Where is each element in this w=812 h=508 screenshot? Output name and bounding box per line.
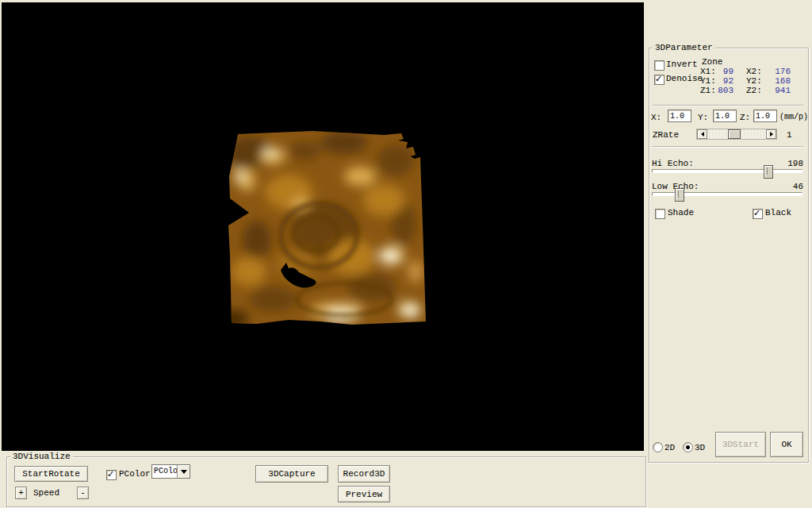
scroll-right-icon [770, 132, 773, 137]
zone-y1-value: 92 [711, 76, 733, 86]
visualize-group-title: 3DVisualize [10, 452, 73, 461]
y-scale-input[interactable] [713, 110, 737, 122]
parameter-group: 3DParameter Invert Denoise Zone X1: 99 X… [649, 48, 809, 463]
parameter-group-title: 3DParameter [653, 43, 715, 52]
preview-button[interactable]: Preview [338, 486, 390, 502]
shade-label: Shade [668, 208, 694, 217]
zrate-scroll-track[interactable] [707, 129, 766, 139]
shade-checkbox[interactable] [655, 209, 665, 219]
ok-button[interactable]: OK [770, 432, 803, 457]
zrate-scrollbar[interactable] [696, 129, 777, 140]
pcolor-select[interactable]: PColor [151, 464, 190, 479]
zone-z2-label: Z2: [746, 86, 762, 95]
x-scale-input[interactable] [668, 110, 691, 122]
speed-label: Speed [33, 488, 59, 498]
3dcapture-button[interactable]: 3DCapture [255, 465, 328, 483]
hi-echo-label: Hi Echo: [652, 159, 694, 168]
render-viewport[interactable] [2, 2, 644, 451]
zone-x2-label: X2: [746, 67, 762, 76]
invert-checkbox[interactable] [654, 60, 665, 71]
mode-3d-radio[interactable] [683, 442, 693, 452]
denoise-label: Denoise [666, 74, 703, 83]
zrate-scroll-thumb[interactable] [728, 129, 741, 139]
hi-echo-value: 198 [768, 159, 803, 168]
y-scale-label: Y: [698, 113, 708, 122]
z-scale-label: Z: [740, 113, 750, 122]
scroll-left-icon [701, 132, 704, 137]
render-3d-surface[interactable] [225, 129, 428, 325]
zone-z2-value: 941 [765, 86, 791, 95]
zone-title: Zone [702, 57, 722, 67]
zrate-scroll-right-button[interactable] [766, 129, 776, 139]
invert-label: Invert [666, 60, 698, 69]
zrate-label: ZRate [653, 130, 679, 140]
zrate-value: 1 [787, 130, 792, 140]
chevron-down-icon [181, 470, 187, 474]
mode-2d-label: 2D [665, 443, 675, 452]
mode-3d-label: 3D [695, 443, 705, 452]
hi-echo-slider[interactable] [652, 169, 802, 173]
visualize-group: 3DVisualize StartRotate + Speed - PColor… [6, 456, 646, 507]
pcolor-checkbox[interactable] [106, 470, 117, 480]
low-echo-value: 46 [768, 182, 803, 191]
hi-echo-slider-thumb[interactable] [764, 165, 773, 179]
scale-unit-label: (mm/p) [779, 113, 808, 122]
start-rotate-button[interactable]: StartRotate [14, 466, 88, 482]
pcolor-label: PColor [119, 469, 151, 479]
zone-y2-value: 168 [765, 76, 791, 86]
black-checkbox[interactable] [753, 209, 763, 219]
pcolor-select-value: PColor [152, 465, 177, 478]
speed-plus-button[interactable]: + [15, 487, 27, 499]
zone-x1-value: 99 [711, 67, 733, 76]
record3d-button[interactable]: Record3D [338, 465, 390, 483]
separator [653, 146, 803, 148]
app-window: 3DParameter Invert Denoise Zone X1: 99 X… [0, 0, 812, 508]
low-echo-slider[interactable] [652, 192, 802, 196]
black-label: Black [765, 208, 791, 217]
pcolor-select-button[interactable] [177, 465, 190, 478]
zone-x2-value: 176 [765, 67, 791, 76]
z-scale-input[interactable] [753, 110, 777, 122]
zrate-scroll-left-button[interactable] [697, 129, 707, 139]
separator [653, 105, 803, 106]
zone-y2-label: Y2: [746, 76, 762, 86]
low-echo-slider-thumb[interactable] [675, 188, 684, 202]
x-scale-label: X: [651, 113, 661, 122]
denoise-checkbox[interactable] [654, 75, 665, 85]
zone-z1-value: 803 [711, 86, 733, 95]
mode-2d-radio[interactable] [653, 442, 663, 452]
3dstart-button[interactable]: 3DStart [715, 432, 766, 457]
speed-minus-button[interactable]: - [77, 487, 89, 499]
